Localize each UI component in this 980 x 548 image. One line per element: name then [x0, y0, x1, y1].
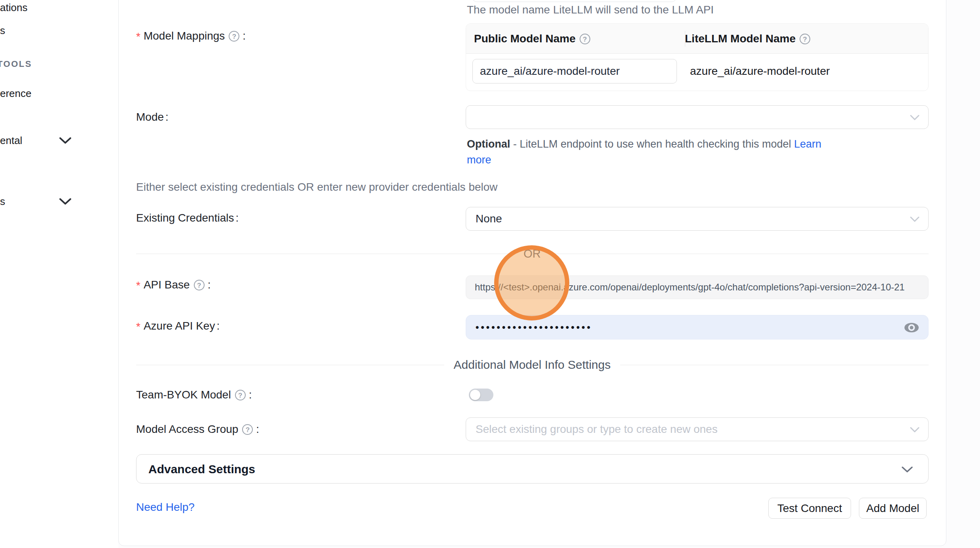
advanced-settings-title: Advanced Settings [148, 455, 255, 484]
table-header-row: Public Model Name LiteLLM Model Name [466, 24, 928, 54]
column-header-public-model-name: Public Model Name [474, 24, 592, 54]
cropped-field-bottom [472, 0, 677, 2]
mode-label: Mode: [136, 111, 169, 123]
model-name-hint: The model name LiteLLM will send to the … [467, 4, 714, 16]
model-access-group-label: Model Access Group: [136, 422, 259, 436]
need-help-link[interactable]: Need Help? [136, 501, 195, 514]
chevron-down-icon [910, 115, 919, 121]
click-indicator [494, 245, 569, 320]
litellm-model-name-value: azure_ai/azure-model-router [690, 59, 830, 83]
help-icon[interactable] [580, 34, 590, 44]
sidebar-item-5[interactable]: s [0, 195, 5, 208]
column-divider [685, 31, 685, 47]
model-access-group-select[interactable]: Select existing groups or type to create… [466, 417, 929, 441]
chevron-down-icon [59, 197, 72, 206]
chevron-down-icon [910, 427, 919, 433]
add-model-button[interactable]: Add Model [859, 498, 927, 519]
credentials-note: Either select existing credentials OR en… [136, 181, 498, 193]
team-byok-label: Team-BYOK Model: [136, 388, 252, 401]
sidebar-item-4[interactable]: ental [0, 135, 22, 147]
help-icon[interactable] [235, 390, 246, 400]
help-icon[interactable] [229, 31, 239, 42]
add-model-form-card: The model name LiteLLM will send to the … [118, 0, 946, 546]
additional-settings-divider-text: Additional Model Info Settings [444, 358, 620, 372]
sidebar: ations s TOOLS erence ental s [0, 0, 118, 548]
required-asterisk-icon [136, 30, 144, 42]
sidebar-item-3[interactable]: erence [0, 87, 32, 100]
team-byok-toggle[interactable] [469, 389, 493, 401]
chevron-down-icon [901, 466, 913, 473]
help-icon[interactable] [194, 280, 205, 290]
model-mappings-table: Public Model Name LiteLLM Model Name azu… [466, 23, 929, 91]
public-model-name-input[interactable] [472, 59, 677, 83]
column-header-litellm-model-name: LiteLLM Model Name [685, 24, 812, 54]
required-asterisk-icon [136, 320, 144, 332]
eye-icon[interactable] [904, 321, 919, 334]
existing-credentials-label: Existing Credentials: [136, 212, 239, 224]
mode-help-text: Optional - LiteLLM endpoint to use when … [467, 136, 847, 168]
sidebar-item-2[interactable]: s [0, 25, 5, 37]
model-mappings-label: Model Mappings: [136, 29, 246, 42]
toggle-knob [470, 390, 480, 400]
mode-select[interactable] [466, 105, 929, 129]
api-base-label: API Base: [136, 278, 210, 291]
help-icon[interactable] [800, 34, 810, 44]
chevron-down-icon [910, 216, 919, 222]
advanced-settings-panel[interactable]: Advanced Settings [136, 454, 929, 484]
chevron-down-icon [59, 136, 72, 145]
test-connect-button[interactable]: Test Connect [768, 498, 851, 519]
existing-credentials-select[interactable]: None [466, 207, 929, 231]
sidebar-item-1[interactable]: ations [0, 2, 27, 14]
azure-api-key-label: Azure API Key: [136, 320, 220, 332]
required-asterisk-icon [136, 279, 144, 291]
help-icon[interactable] [242, 424, 253, 435]
sidebar-section-tools: TOOLS [0, 59, 32, 69]
